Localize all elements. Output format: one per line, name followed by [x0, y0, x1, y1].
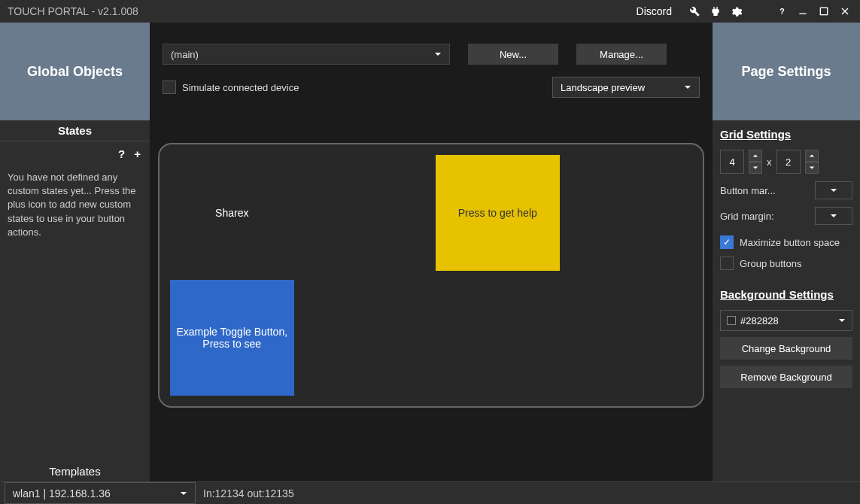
grid-margin-dropdown[interactable]	[815, 207, 852, 225]
help-icon[interactable]: ?	[774, 4, 789, 19]
grid-cell-empty[interactable]	[303, 155, 427, 271]
grid-cell-empty[interactable]	[569, 155, 693, 271]
svg-text:?: ?	[779, 7, 785, 16]
change-background-button[interactable]: Change Background	[720, 337, 852, 360]
grid-button-toggle-example[interactable]: Example Toggle Button, Press to see	[170, 280, 294, 396]
states-header: States	[0, 120, 150, 141]
plug-icon[interactable]	[708, 4, 723, 19]
new-page-button[interactable]: New...	[468, 44, 558, 65]
chevron-up-icon[interactable]	[749, 150, 762, 162]
grid-settings-title: Grid Settings	[720, 128, 852, 141]
right-panel: Page Settings Grid Settings x Button mar…	[712, 23, 860, 481]
templates-header[interactable]: Templates	[0, 460, 150, 481]
manage-pages-button[interactable]: Manage...	[576, 44, 667, 65]
svg-rect-1	[799, 14, 806, 14]
button-margin-dropdown[interactable]	[815, 181, 852, 199]
global-objects-header: Global Objects	[0, 23, 150, 120]
color-swatch-icon	[727, 316, 736, 325]
network-value: wlan1 | 192.168.1.36	[13, 487, 111, 499]
app-title: TOUCH PORTAL - v2.1.008	[8, 5, 138, 17]
grid-cell-empty[interactable]	[569, 280, 693, 396]
group-buttons-checkbox[interactable]	[720, 257, 734, 270]
grid-x-label: x	[767, 156, 772, 168]
titlebar: TOUCH PORTAL - v2.1.008 Discord ?	[0, 0, 860, 23]
page-settings-header: Page Settings	[713, 23, 860, 120]
grid-cell-empty[interactable]	[303, 280, 427, 396]
button-margin-label: Button mar...	[720, 185, 809, 196]
page-dropdown-value: (main)	[171, 49, 199, 60]
wrench-icon[interactable]	[687, 4, 702, 19]
center-panel: (main) New... Manage... Simulate connect…	[150, 23, 712, 481]
io-status: In:12134 out:12135	[196, 487, 302, 499]
background-color-dropdown[interactable]: #282828	[720, 310, 852, 331]
statusbar: wlan1 | 192.168.1.36 In:12134 out:12135	[0, 481, 860, 504]
states-help-icon[interactable]: ?	[118, 147, 125, 160]
svg-rect-2	[820, 8, 827, 14]
chevron-up-icon[interactable]	[805, 150, 819, 162]
gear-icon[interactable]	[729, 4, 744, 19]
minimize-icon[interactable]	[795, 4, 810, 19]
simulate-device-label: Simulate connected device	[182, 82, 299, 93]
page-dropdown[interactable]: (main)	[163, 44, 450, 65]
chevron-down-icon[interactable]	[749, 162, 762, 174]
maximize-icon[interactable]	[816, 4, 831, 19]
maximize-space-label: Maximize button space	[740, 237, 840, 248]
preview-mode-dropdown[interactable]: Landscape preview	[552, 77, 700, 98]
device-preview: Sharex Press to get help Example Toggle …	[158, 143, 704, 408]
group-buttons-label: Group buttons	[740, 258, 801, 269]
remove-background-button[interactable]: Remove Background	[720, 366, 852, 388]
left-panel: Global Objects States ? + You have not d…	[0, 23, 150, 481]
grid-cols-stepper[interactable]	[749, 150, 762, 174]
grid-button-help[interactable]: Press to get help	[436, 155, 560, 271]
grid-rows-input[interactable]	[776, 150, 801, 174]
network-dropdown[interactable]: wlan1 | 192.168.1.36	[5, 482, 196, 504]
simulate-device-checkbox[interactable]	[163, 80, 176, 94]
discord-link[interactable]: Discord	[637, 5, 672, 17]
close-icon[interactable]	[837, 4, 852, 19]
grid-cell-empty[interactable]	[436, 280, 560, 396]
chevron-down-icon[interactable]	[805, 162, 819, 174]
maximize-space-checkbox[interactable]	[720, 235, 734, 249]
grid-margin-label: Grid margin:	[720, 211, 809, 222]
grid-cols-input[interactable]	[720, 150, 744, 174]
grid-rows-stepper[interactable]	[805, 150, 819, 174]
states-empty-text: You have not defined any custom states y…	[0, 166, 150, 460]
background-color-value: #282828	[740, 315, 779, 326]
preview-mode-value: Landscape preview	[561, 82, 645, 93]
grid-button-sharex[interactable]: Sharex	[170, 155, 294, 271]
background-settings-title: Background Settings	[720, 288, 852, 301]
states-add-icon[interactable]: +	[134, 147, 141, 160]
